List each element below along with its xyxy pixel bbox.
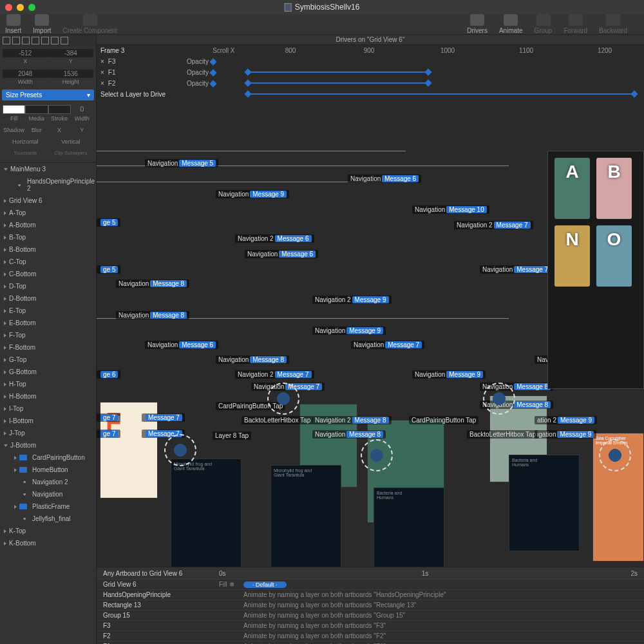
layer-item[interactable]: C-Top (0, 256, 96, 268)
navigation-tag[interactable]: ge 5 (97, 265, 120, 274)
navigation-tag[interactable]: NavigationMessage 6 (245, 250, 318, 258)
y-input[interactable]: -384 (48, 49, 94, 57)
layer-item[interactable]: D-Top (0, 280, 96, 292)
navigation-tag[interactable]: Navigation 2Message 7 (235, 370, 314, 379)
stroke-swatch[interactable] (48, 105, 71, 114)
navigation-tag[interactable]: NavigationMessage 6 (348, 175, 421, 183)
layer-item[interactable]: MainMenu 3 (0, 163, 96, 175)
preview-card-n[interactable]: N (554, 225, 590, 287)
artboard-f-detail[interactable]: Microhylid frog andGiant Tarantula (171, 459, 242, 574)
preview-card-b[interactable]: B (596, 158, 632, 219)
layer-item[interactable]: D-Bottom (0, 292, 96, 305)
layer-tree[interactable]: MainMenu 3⚬HandsOpeningPrinciple 2Grid V… (0, 162, 96, 644)
navigation-tag[interactable]: NavigationMessage 10 (412, 205, 489, 214)
navigation-tag[interactable]: Navigation 2Message 7 (454, 221, 533, 229)
timeline-row[interactable]: Group 15Animate by naming a layer on bot… (97, 610, 644, 620)
layer-item[interactable]: G-Bottom (0, 366, 96, 378)
layer-item[interactable]: ⚬Navigation 2 (0, 476, 96, 488)
timeline-row[interactable]: HandsOpeningPrincipleAnimate by naming a… (97, 589, 644, 600)
navigation-tag[interactable]: NavigationMessage 9 (216, 190, 289, 198)
layer-item[interactable]: ⚬HandsOpeningPrinciple 2 (0, 175, 96, 194)
navigation-tag[interactable]: ge 7 (97, 413, 120, 422)
timeline-row[interactable]: Grid View 6Fill ❄· Default · (97, 579, 644, 589)
maximize-window[interactable] (28, 4, 35, 11)
layer-item[interactable]: K-Bottom (0, 537, 96, 549)
layer-item[interactable]: K-Top (0, 525, 96, 537)
create-component-button[interactable]: Create Component (62, 14, 117, 34)
navigation-tag[interactable]: ge 7 (97, 430, 120, 438)
drivers-button[interactable]: Drivers (467, 14, 488, 34)
navigation-tag[interactable]: Navigation 2Message 9 (312, 296, 392, 304)
forward-button[interactable]: Forward (564, 14, 587, 34)
layer-item[interactable]: J-Top (0, 427, 96, 439)
navigation-tag[interactable]: Layer 8 Tap (213, 431, 251, 440)
layer-item[interactable]: PlasticFrame (0, 500, 96, 513)
animate-button[interactable]: Animate (499, 14, 523, 34)
preview-card-o[interactable]: O (596, 225, 632, 287)
driver-track-f3[interactable] (248, 71, 428, 73)
artboard-i-detail[interactable]: Bacteria andHumans (509, 455, 580, 551)
x-input[interactable]: -512 (3, 49, 48, 57)
navigation-tag[interactable]: NavigationMessage 7 (480, 265, 553, 274)
layer-item[interactable]: G-Top (0, 354, 96, 366)
timeline-row[interactable]: F3Animate by naming a layer on both artb… (97, 620, 644, 630)
fill-swatch[interactable] (3, 105, 25, 114)
timeline-row[interactable]: F1Animate by naming a layer on both artb… (97, 641, 644, 644)
insert-button[interactable]: Insert (5, 14, 21, 34)
layer-item[interactable]: ⚬Jellyfish_final (0, 513, 96, 525)
media-input[interactable] (25, 105, 48, 114)
preview-card-a[interactable]: A (554, 158, 590, 219)
layer-item[interactable]: E-Bottom (0, 317, 96, 329)
navigation-tag[interactable]: NavigationMessage 7 (351, 341, 424, 349)
driver-track-f1[interactable] (248, 82, 428, 84)
navigation-tag[interactable]: NavigationMessage 5 (145, 159, 218, 167)
layer-item[interactable]: E-Top (0, 305, 96, 317)
canvas[interactable]: Drivers on "Grid View 6" Scroll X 800 90… (97, 35, 644, 644)
navigation-tag[interactable]: ation 2Message 9 (535, 416, 597, 424)
navigation-tag[interactable]: ge 5 (97, 218, 120, 227)
align-bar[interactable] (0, 35, 96, 46)
navigation-tag[interactable]: CardPairingButton Tap (409, 416, 478, 424)
navigation-tag[interactable]: NavigationMessage 8 (116, 311, 189, 319)
stroke-width-input[interactable]: 0 (71, 105, 93, 114)
layer-item[interactable]: I-Bottom (0, 415, 96, 427)
layer-item[interactable]: C-Bottom (0, 268, 96, 280)
layer-item[interactable]: CardPairingButton (0, 451, 96, 464)
navigation-tag[interactable]: Message 7 (142, 413, 185, 422)
layer-item[interactable]: B-Bottom (0, 243, 96, 256)
layer-item[interactable]: HomeButton (0, 464, 96, 476)
close-window[interactable] (5, 4, 12, 11)
layer-item[interactable]: Grid View 6 (0, 194, 96, 207)
navigation-tag[interactable]: NavigationMessage 8 (116, 279, 189, 288)
navigation-tag[interactable]: BacktoLetterHitbox Tap (242, 416, 313, 424)
layer-item[interactable]: F-Top (0, 329, 96, 341)
navigation-tag[interactable]: BacktoLetterHitbox Tap (467, 430, 538, 439)
layer-item[interactable]: B-Top (0, 231, 96, 243)
layer-item[interactable]: F-Bottom (0, 341, 96, 354)
navigation-tag[interactable]: NavigationMessage 8 (312, 430, 386, 439)
navigation-tag[interactable]: igationMessage 9 (535, 430, 596, 439)
navigation-tag[interactable]: ge 6 (97, 370, 120, 379)
navigation-tag[interactable]: NavigationMessage 9 (412, 370, 486, 379)
layer-item[interactable]: H-Bottom (0, 390, 96, 402)
artboard-g-detail[interactable]: Microhylid frog andGiant Tarantula (270, 465, 341, 581)
group-button[interactable]: Group (535, 14, 553, 34)
layer-item[interactable]: I-Top (0, 402, 96, 415)
navigation-tag[interactable]: Navigation 2Message 6 (235, 234, 314, 243)
timeline-row[interactable]: F2Animate by naming a layer on both artb… (97, 630, 644, 641)
navigation-tag[interactable]: Navigation 2Message 8 (312, 416, 392, 424)
layer-item[interactable]: J-Bottom (0, 439, 96, 451)
import-button[interactable]: Import (33, 14, 51, 34)
backward-button[interactable]: Backward (599, 14, 627, 34)
timeline-row[interactable]: Rectangle 13Animate by naming a layer on… (97, 600, 644, 610)
navigation-tag[interactable]: NavigationMessage 8 (216, 355, 289, 364)
layer-item[interactable]: A-Bottom (0, 219, 96, 231)
driver-track-f2[interactable] (248, 93, 634, 95)
width-input[interactable]: 2048 (3, 70, 48, 78)
layer-item[interactable]: ⚬Navigation (0, 488, 96, 500)
navigation-tag[interactable]: NavigationMessage 6 (145, 341, 218, 349)
height-input[interactable]: 1536 (48, 70, 94, 78)
navigation-tag[interactable]: NavigationMessage 9 (312, 327, 386, 335)
layer-item[interactable]: H-Top (0, 378, 96, 390)
minimize-window[interactable] (17, 4, 24, 11)
